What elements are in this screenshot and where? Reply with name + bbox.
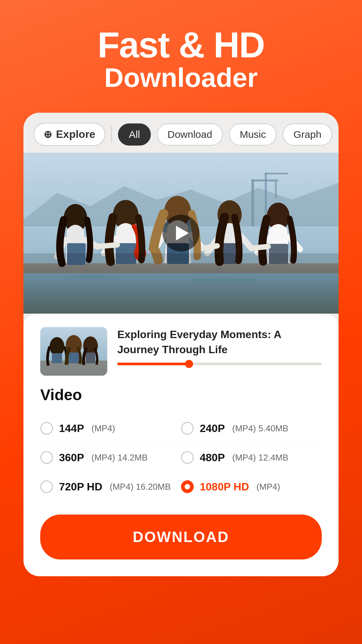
video-thumbnail-small: [40, 327, 107, 376]
radio-720p[interactable]: [40, 480, 53, 493]
svg-rect-4: [275, 181, 277, 198]
main-card: ⊕ Explore All Download Music Graph: [23, 113, 339, 576]
radio-dot-1080p: [185, 484, 190, 489]
nav-pill-download[interactable]: Download: [157, 123, 223, 146]
svg-rect-6: [265, 173, 288, 174]
download-button[interactable]: DOWNLOAD: [40, 515, 322, 559]
quality-label-240p: 240P: [200, 422, 225, 435]
svg-rect-42: [86, 353, 95, 363]
svg-line-31: [97, 245, 117, 247]
quality-label-360p: 360P: [59, 451, 84, 464]
video-thumbnail-section: [23, 153, 339, 314]
header-section: Fast & HD Downloader: [0, 0, 362, 113]
quality-detail-144p: (MP4): [92, 423, 115, 434]
quality-detail-240p: (MP4) 5.40MB: [232, 423, 289, 434]
radio-144p[interactable]: [40, 422, 53, 435]
video-info-row: Exploring Everyday Moments: A Journey Th…: [40, 327, 322, 376]
nav-bar: ⊕ Explore All Download Music Graph: [23, 113, 339, 153]
svg-line-33: [251, 247, 268, 248]
play-icon: [176, 226, 189, 240]
quality-option-480p[interactable]: 480P (MP4) 12.4MB: [181, 443, 322, 472]
quality-detail-720p: (MP4) 16.20MB: [110, 482, 171, 492]
bottom-card: Exploring Everyday Moments: A Journey Th…: [23, 314, 339, 576]
video-info-content: Exploring Everyday Moments: A Journey Th…: [117, 327, 322, 365]
video-title: Exploring Everyday Moments: A Journey Th…: [117, 327, 322, 357]
quality-option-144p[interactable]: 144P (MP4): [40, 414, 181, 443]
progress-bar-bg: [117, 363, 322, 365]
nav-pill-music[interactable]: Music: [229, 123, 277, 146]
nav-pill-all[interactable]: All: [118, 123, 150, 146]
svg-rect-7: [23, 267, 339, 314]
progress-thumb: [185, 360, 193, 368]
quality-label-480p: 480P: [200, 451, 225, 464]
header-title-line1: Fast & HD: [13, 27, 349, 63]
quality-option-360p[interactable]: 360P (MP4) 14.2MB: [40, 443, 181, 472]
radio-240p[interactable]: [181, 422, 194, 435]
quality-label-720p: 720P HD: [59, 481, 102, 493]
svg-point-37: [50, 337, 64, 356]
quality-grid: 144P (MP4) 240P (MP4) 5.40MB 360P (MP4) …: [40, 414, 322, 501]
svg-rect-38: [52, 353, 62, 363]
svg-line-32: [204, 246, 217, 248]
svg-rect-2: [251, 179, 254, 226]
quality-label-144p: 144P: [59, 422, 84, 435]
radio-1080p[interactable]: [181, 480, 194, 493]
quality-label-1080p: 1080P HD: [200, 481, 249, 493]
quality-option-240p[interactable]: 240P (MP4) 5.40MB: [181, 414, 322, 443]
header-title-line2: Downloader: [13, 63, 349, 93]
nav-explore-button[interactable]: ⊕ Explore: [34, 123, 105, 146]
quality-detail-480p: (MP4) 12.4MB: [232, 452, 289, 463]
progress-bar-container: [117, 363, 322, 365]
compass-icon: ⊕: [44, 128, 52, 140]
quality-option-720p[interactable]: 720P HD (MP4) 16.20MB: [40, 472, 181, 501]
play-button[interactable]: [163, 215, 199, 252]
svg-rect-40: [68, 353, 79, 363]
progress-bar-fill: [117, 363, 189, 365]
radio-480p[interactable]: [181, 451, 194, 464]
quality-option-1080p[interactable]: 1080P HD (MP4): [181, 472, 322, 501]
video-section-label: Video: [40, 386, 322, 404]
svg-point-8: [64, 275, 117, 278]
thumbnail-svg: [40, 327, 107, 376]
nav-divider: [111, 126, 112, 143]
nav-pill-graph[interactable]: Graph: [283, 123, 332, 146]
svg-rect-34: [23, 253, 339, 314]
quality-detail-360p: (MP4) 14.2MB: [92, 452, 148, 463]
quality-detail-1080p: (MP4): [256, 482, 280, 492]
nav-explore-label: Explore: [56, 128, 95, 141]
radio-360p[interactable]: [40, 451, 53, 464]
svg-point-9: [191, 278, 258, 282]
